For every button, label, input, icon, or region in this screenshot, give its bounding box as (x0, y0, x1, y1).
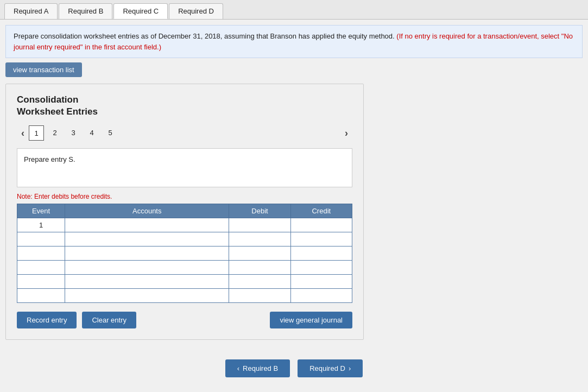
account-input-6[interactable] (67, 289, 229, 302)
credit-cell-5[interactable] (290, 275, 352, 289)
event-cell-6 (17, 289, 65, 303)
tabs-bar: Required A Required B Required C Require… (0, 0, 588, 20)
tab-required-d[interactable]: Required D (169, 3, 223, 19)
credit-input-3[interactable] (291, 246, 350, 260)
credit-input-6[interactable] (291, 289, 350, 302)
note-text: Note: Enter debits before credits. (17, 193, 352, 200)
page-2[interactable]: 2 (47, 125, 62, 141)
account-input-3[interactable] (67, 246, 229, 260)
clear-entry-button[interactable]: Clear entry (82, 312, 136, 328)
action-buttons: Record entry Clear entry view general jo… (17, 312, 352, 328)
debit-input-3[interactable] (229, 246, 288, 260)
tab-required-a[interactable]: Required A (4, 3, 58, 19)
account-input-2[interactable] (67, 232, 229, 246)
next-page-arrow[interactable]: › (340, 127, 352, 140)
account-input-cell-4[interactable] (65, 261, 229, 275)
credit-input-4[interactable] (291, 261, 350, 274)
debit-input-2[interactable] (229, 232, 288, 246)
next-required-button[interactable]: Required D › (298, 359, 363, 377)
page-5[interactable]: 5 (103, 125, 118, 141)
prev-page-arrow[interactable]: ‹ (17, 127, 29, 140)
prev-nav-label: Required B (243, 364, 278, 372)
event-cell-3 (17, 246, 65, 261)
account-input-4[interactable] (67, 261, 229, 274)
pagination: ‹ 1 2 3 4 5 › (17, 125, 352, 141)
table-row (17, 261, 352, 275)
instruction-main: Prepare consolidation worksheet entries … (14, 32, 395, 40)
debit-cell-2[interactable] (229, 232, 290, 246)
account-input-1[interactable] (67, 218, 229, 232)
debit-input-5[interactable] (229, 275, 288, 288)
account-input-cell-6[interactable] (65, 289, 229, 303)
account-input-cell-5[interactable] (65, 275, 229, 289)
record-entry-button[interactable]: Record entry (17, 312, 77, 328)
prev-chevron-icon: ‹ (237, 364, 239, 372)
debit-input-4[interactable] (229, 261, 288, 274)
table-row (17, 232, 352, 246)
debit-input-1[interactable] (229, 218, 288, 232)
card-title: Consolidation Worksheet Entries (17, 94, 352, 118)
account-input-5[interactable] (67, 275, 229, 288)
instruction-box: Prepare consolidation worksheet entries … (5, 25, 583, 58)
debit-cell-1[interactable] (229, 218, 290, 232)
col-accounts: Accounts (65, 204, 229, 218)
event-cell-4 (17, 261, 65, 275)
page-1[interactable]: 1 (29, 125, 44, 141)
account-input-cell-2[interactable] (65, 232, 229, 246)
credit-cell-1[interactable] (290, 218, 352, 232)
account-input-cell-3[interactable] (65, 246, 229, 261)
debit-cell-4[interactable] (229, 261, 290, 275)
view-transaction-list-button[interactable]: view transaction list (5, 62, 82, 77)
tab-required-c[interactable]: Required C (113, 3, 168, 19)
event-cell-1: 1 (17, 218, 65, 232)
entry-description-box: Prepare entry S. (17, 148, 352, 187)
table-row (17, 275, 352, 289)
page-3[interactable]: 3 (66, 125, 81, 141)
bottom-nav: ‹ Required B Required D › (0, 351, 588, 388)
table-row (17, 289, 352, 303)
credit-cell-6[interactable] (290, 289, 352, 303)
credit-cell-3[interactable] (290, 246, 352, 261)
next-chevron-icon: › (349, 364, 351, 372)
debit-cell-6[interactable] (229, 289, 290, 303)
col-debit: Debit (229, 204, 290, 218)
debit-input-6[interactable] (229, 289, 288, 302)
credit-input-2[interactable] (291, 232, 350, 246)
col-event: Event (17, 204, 65, 218)
debit-cell-5[interactable] (229, 275, 290, 289)
credit-cell-4[interactable] (290, 261, 352, 275)
credit-input-5[interactable] (291, 275, 350, 288)
table-row: 1 (17, 218, 352, 232)
page-4[interactable]: 4 (84, 125, 99, 141)
tab-required-b[interactable]: Required B (59, 3, 112, 19)
prev-required-button[interactable]: ‹ Required B (225, 359, 290, 377)
journal-table: Event Accounts Debit Credit 1 (17, 204, 352, 303)
table-row (17, 246, 352, 261)
event-cell-2 (17, 232, 65, 246)
next-nav-label: Required D (309, 364, 345, 372)
credit-cell-2[interactable] (290, 232, 352, 246)
col-credit: Credit (290, 204, 352, 218)
account-input-cell-1[interactable] (65, 218, 229, 232)
credit-input-1[interactable] (291, 218, 350, 232)
main-card: Consolidation Worksheet Entries ‹ 1 2 3 … (5, 84, 364, 340)
event-cell-5 (17, 275, 65, 289)
entry-description-text: Prepare entry S. (24, 155, 75, 163)
view-general-journal-button[interactable]: view general journal (270, 312, 352, 328)
debit-cell-3[interactable] (229, 246, 290, 261)
